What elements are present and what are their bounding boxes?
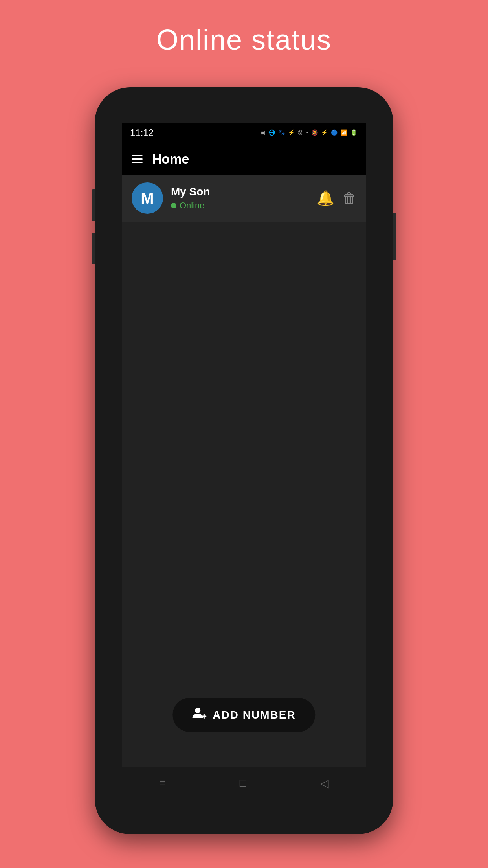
add-person-icon: [192, 706, 206, 723]
status-icons: ▣ 🌐 🐾 ⚡ Ⓜ • 🔕 ⚡ 🔵 📶 🔋: [260, 129, 358, 136]
contact-card[interactable]: M My Son Online 🔔 🗑: [122, 175, 366, 222]
status-bar: 11:12 ▣ 🌐 🐾 ⚡ Ⓜ • 🔕 ⚡ 🔵 📶 🔋: [122, 123, 366, 143]
contact-status: Online: [171, 200, 317, 211]
add-number-label: ADD NUMBER: [213, 709, 295, 721]
bell-icon[interactable]: 🔔: [317, 190, 334, 206]
contact-name: My Son: [171, 186, 317, 198]
contact-info: My Son Online: [171, 186, 317, 211]
nav-menu-icon[interactable]: ≡: [159, 777, 165, 789]
power-button: [393, 213, 396, 260]
trash-icon[interactable]: 🗑: [342, 190, 356, 206]
avatar: M: [132, 182, 163, 214]
bottom-nav: ≡ □ ◁: [122, 767, 366, 799]
phone-screen: 11:12 ▣ 🌐 🐾 ⚡ Ⓜ • 🔕 ⚡ 🔵 📶 🔋 Home M: [122, 123, 366, 799]
content-area: M My Son Online 🔔 🗑: [122, 175, 366, 767]
header-title: Home: [152, 151, 189, 167]
online-dot: [171, 203, 176, 208]
svg-point-0: [195, 708, 200, 713]
status-text: Online: [180, 200, 205, 211]
add-number-button[interactable]: ADD NUMBER: [172, 698, 315, 732]
status-icons-text: ▣ 🌐 🐾 ⚡ Ⓜ • 🔕 ⚡ 🔵 📶 🔋: [260, 129, 358, 136]
nav-back-icon[interactable]: ◁: [320, 777, 329, 790]
avatar-letter: M: [141, 189, 154, 207]
hamburger-icon[interactable]: [132, 155, 143, 163]
app-header: Home: [122, 143, 366, 175]
nav-home-icon[interactable]: □: [240, 777, 246, 789]
volume-down-button: [92, 233, 95, 264]
phone-shell: 11:12 ▣ 🌐 🐾 ⚡ Ⓜ • 🔕 ⚡ 🔵 📶 🔋 Home M: [95, 87, 393, 834]
contact-actions: 🔔 🗑: [317, 190, 356, 206]
volume-up-button: [92, 189, 95, 221]
status-time: 11:12: [130, 127, 154, 138]
page-title: Online status: [156, 24, 332, 56]
